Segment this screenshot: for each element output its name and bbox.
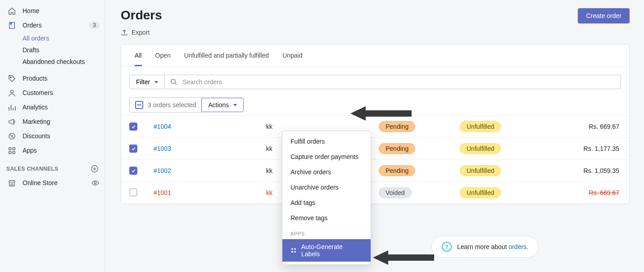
export-button[interactable]: Export <box>121 29 162 36</box>
svg-point-4 <box>13 137 14 138</box>
sidebar-item-marketing[interactable]: Marketing <box>0 114 105 129</box>
bulk-selected-text: 3 orders selected <box>148 101 196 109</box>
tag-icon <box>7 74 16 83</box>
sidebar-item-label: Orders <box>23 22 42 29</box>
sidebar-item-label: Products <box>23 75 47 82</box>
sidebar-item-orders[interactable]: Orders 3 <box>0 18 105 32</box>
annotation-arrow-auto-generate <box>373 247 436 268</box>
sidebar-sub-label: Abandoned checkouts <box>23 58 85 65</box>
app-icon <box>290 247 297 254</box>
tab-unpaid[interactable]: Unpaid <box>282 45 302 66</box>
bulk-actions-button[interactable]: Actions <box>201 98 244 112</box>
sidebar-sub-drafts[interactable]: Drafts <box>0 44 105 56</box>
learn-more-link[interactable]: orders <box>508 243 526 250</box>
sidebar-sub-all-orders[interactable]: All orders <box>0 32 105 44</box>
sidebar-item-label: Marketing <box>23 118 50 125</box>
sales-channels-label: SALES CHANNELS <box>0 158 105 176</box>
orders-table: #1004kkPendingUnfulfilledRs. 669.67#1003… <box>121 115 629 204</box>
create-order-button[interactable]: Create order <box>578 8 630 23</box>
barchart-icon <box>7 103 16 112</box>
action-capture-payments[interactable]: Capture order payments <box>282 149 371 164</box>
apps-icon <box>7 146 16 155</box>
sidebar-item-discounts[interactable]: Discounts <box>0 129 105 143</box>
svg-rect-6 <box>13 147 15 150</box>
sidebar-sub-label: All orders <box>23 35 49 42</box>
fulfillment-badge: Unfulfilled <box>460 187 501 198</box>
action-add-tags[interactable]: Add tags <box>282 195 371 210</box>
row-checkbox[interactable] <box>129 145 137 153</box>
page-title: Orders <box>121 8 162 23</box>
svg-rect-15 <box>294 251 295 252</box>
sidebar-item-label: Home <box>23 7 39 14</box>
search-icon <box>170 78 178 86</box>
order-id-link[interactable]: #1001 <box>154 189 171 196</box>
action-archive-orders[interactable]: Archive orders <box>282 164 371 180</box>
megaphone-icon <box>7 117 16 126</box>
tabs: All Open Unfulfilled and partially fulfi… <box>121 45 629 67</box>
learn-more-pill: ? Learn more about orders. <box>431 236 539 258</box>
fulfillment-badge: Unfulfilled <box>460 143 501 154</box>
fulfillment-badge: Unfulfilled <box>460 165 501 176</box>
sidebar-item-customers[interactable]: Customers <box>0 86 105 100</box>
svg-rect-13 <box>294 248 295 249</box>
sidebar-channel-online-store[interactable]: Online Store <box>0 176 105 190</box>
sidebar-item-label: Apps <box>23 147 37 154</box>
svg-marker-17 <box>373 250 434 265</box>
sidebar-item-label: Customers <box>23 89 53 96</box>
sidebar-item-home[interactable]: Home <box>0 4 105 18</box>
order-id-link[interactable]: #1003 <box>154 145 171 152</box>
caret-down-icon <box>233 104 237 106</box>
export-label: Export <box>132 29 150 36</box>
actions-dropdown: Fulfill orders Capture order payments Ar… <box>282 131 371 265</box>
svg-point-1 <box>10 90 13 93</box>
tab-unfulfilled[interactable]: Unfulfilled and partially fulfilled <box>184 45 269 66</box>
order-id-link[interactable]: #1002 <box>154 167 171 174</box>
table-row: #1003kkPendingUnfulfilledRs. 1,177.35 <box>121 138 629 160</box>
action-fulfill-orders[interactable]: Fulfill orders <box>282 134 371 149</box>
sidebar-item-apps[interactable]: Apps <box>0 143 105 158</box>
action-unarchive-orders[interactable]: Unarchive orders <box>282 180 371 195</box>
action-remove-tags[interactable]: Remove tags <box>282 210 371 226</box>
tab-all[interactable]: All <box>135 45 142 66</box>
svg-rect-7 <box>9 151 11 154</box>
sidebar-sub-abandoned[interactable]: Abandoned checkouts <box>0 56 105 68</box>
caret-down-icon <box>154 81 158 83</box>
order-amount: Rs. 669.67 <box>542 182 629 204</box>
table-row: #1004kkPendingUnfulfilledRs. 669.67 <box>121 116 629 138</box>
svg-rect-12 <box>291 248 293 249</box>
search-input[interactable] <box>182 78 615 86</box>
main-content: Orders Export Create order All Open Unfu… <box>105 0 644 272</box>
sidebar-item-products[interactable]: Products <box>0 71 105 86</box>
discount-icon <box>7 131 16 141</box>
svg-point-10 <box>94 182 96 184</box>
order-id-link[interactable]: #1004 <box>154 123 171 130</box>
orders-badge: 3 <box>89 22 100 29</box>
filter-button[interactable]: Filter <box>129 75 165 89</box>
svg-point-11 <box>171 79 176 84</box>
svg-point-3 <box>10 135 11 136</box>
export-icon <box>121 29 128 36</box>
payment-badge: Voided <box>379 187 412 198</box>
tab-open[interactable]: Open <box>155 45 171 66</box>
bulk-actions-label: Actions <box>208 101 229 109</box>
table-row: #1002kkPendingUnfulfilledRs. 1,059.35 <box>121 160 629 182</box>
bulk-selection-indicator[interactable]: 3 orders selected <box>129 97 202 113</box>
action-auto-generate-labels[interactable]: Auto-Generate Labels <box>282 239 371 262</box>
storefront-icon <box>7 178 16 187</box>
svg-rect-5 <box>9 147 11 150</box>
row-checkbox[interactable] <box>129 188 137 196</box>
row-checkbox[interactable] <box>129 122 137 131</box>
view-store-icon[interactable] <box>91 179 100 187</box>
svg-point-0 <box>10 77 11 77</box>
orders-icon <box>7 21 16 30</box>
payment-badge: Pending <box>379 143 415 154</box>
sidebar-item-label: Online Store <box>23 179 58 186</box>
row-checkbox[interactable] <box>129 167 137 175</box>
dropdown-apps-heading: APPS <box>282 226 371 239</box>
add-channel-icon[interactable] <box>91 165 99 173</box>
person-icon <box>7 88 16 97</box>
search-field[interactable] <box>164 75 621 89</box>
sidebar-item-label: Discounts <box>23 132 50 140</box>
fulfillment-badge: Unfulfilled <box>460 121 501 132</box>
sidebar-item-analytics[interactable]: Analytics <box>0 100 105 114</box>
